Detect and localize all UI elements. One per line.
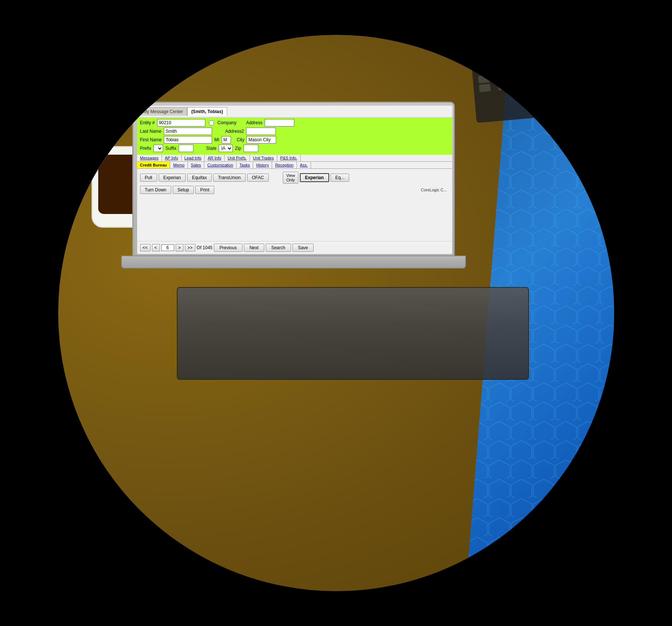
action-row: Turn Down Setup Print CoreLogic C... [140,186,449,194]
next-record-button[interactable]: Next [244,244,264,252]
equifax-button[interactable]: Equifax [187,174,212,182]
nav-prev-button[interactable]: < [152,244,160,251]
ofac-button[interactable]: OFAC [247,174,269,182]
turn-down-button[interactable]: Turn Down [140,186,171,194]
view-only-button[interactable]: View Only [283,172,298,184]
nav-tabs-row1: Messages AP Info Lead Info AR Info Unit … [137,155,452,162]
tab-reception[interactable]: Reception [272,162,297,168]
of-total-text: Of 1045 [197,245,213,250]
form-row-firstname: First Name MI City [140,136,449,144]
tab-history[interactable]: History [253,162,272,168]
nav-next-button[interactable]: > [176,244,183,251]
company-label: Company [218,120,236,125]
title-bar: My Message Center (Smith, Tobias) [137,106,452,118]
main-circle: My Message Center (Smith, Tobias) Entity… [58,35,614,591]
entity-label: Entity # [140,120,155,125]
print-button[interactable]: Print [195,186,214,194]
corelogic-area: CoreLogic C... [418,187,449,193]
previous-record-button[interactable]: Previous [214,244,242,252]
transunion-button[interactable]: TransUnion [213,174,246,182]
tab-ps-info[interactable]: P&S Info. [277,155,301,161]
prefix-label: Prefix [140,146,152,151]
lastname-input[interactable] [164,128,212,135]
tab-ar-info[interactable]: AR Info [205,155,225,161]
firstname-input[interactable] [164,136,212,144]
address2-label: Address2 [225,129,244,134]
form-row-entity: Entity # Company Address [140,119,449,126]
firstname-label: First Name [140,137,162,142]
laptop-base [121,256,466,268]
state-select[interactable]: IA [219,145,233,152]
lastname-label: Last Name [140,129,162,134]
tab-lead-info[interactable]: Lead Info [182,155,205,161]
nav-tabs-row2: Credit Bureau Memo Sales Customization T… [137,162,452,169]
search-button[interactable]: Search [266,244,291,252]
tab-credit-bureau[interactable]: Credit Bureau [137,162,171,168]
tab-customization[interactable]: Customization [204,162,236,168]
pull-button[interactable]: Pull [140,174,157,182]
mi-label: MI [214,137,219,142]
prefix-select[interactable] [153,145,163,152]
form-row-prefix: Prefix Suffix State IA Zip [140,145,449,152]
tab-my-message-center[interactable]: My Message Center [139,107,187,116]
mi-input[interactable] [222,136,231,144]
app-ui: My Message Center (Smith, Tobias) Entity… [137,106,452,254]
laptop-body: My Message Center (Smith, Tobias) Entity… [132,102,455,257]
tab-tasks[interactable]: Tasks [236,162,253,168]
tab-unit-prefs[interactable]: Unit Prefs. [225,155,250,161]
page-number-input[interactable] [161,244,174,251]
city-input[interactable] [246,136,276,144]
experian-button[interactable]: Experian [159,174,186,182]
form-area: Entity # Company Address Last Name Addre… [137,118,452,155]
keyboard-area [177,287,529,380]
suffix-input[interactable] [179,145,193,152]
tab-unit-trades[interactable]: Unit Trades [250,155,277,161]
city-label: City [237,137,245,142]
laptop: My Message Center (Smith, Tobias) Entity… [132,102,466,287]
laptop-screen: My Message Center (Smith, Tobias) Entity… [137,106,452,254]
address-input[interactable] [265,119,294,126]
view-eq-button[interactable]: Eq... [331,174,350,182]
nav-last-button[interactable]: >> [185,244,195,251]
view-experian-button[interactable]: Experian [300,173,329,182]
entity-input[interactable] [157,119,205,126]
tab-ap-info[interactable]: AP Info [162,155,182,161]
address2-input[interactable] [246,128,276,135]
zip-label: Zip [235,146,241,151]
tab-sales[interactable]: Sales [188,162,205,168]
credit-pull-row: Pull Experian Equifax TransUnion OFAC Vi… [140,172,449,184]
tab-messages[interactable]: Messages [137,155,162,161]
zip-input[interactable] [244,145,258,152]
save-button[interactable]: Save [292,244,314,252]
navigation-bar: << < > >> Of 1045 Previous Next Search S… [137,241,452,254]
tab-memo[interactable]: Memo [170,162,188,168]
address-label: Address [246,120,262,125]
nav-first-button[interactable]: << [140,244,150,251]
suffix-label: Suffix [165,146,176,151]
button-area: Pull Experian Equifax TransUnion OFAC Vi… [137,169,452,199]
phone-keypad [471,54,541,100]
company-checkbox[interactable] [209,121,214,125]
tab-ass[interactable]: Ass. [297,162,311,168]
corelogic-label: CoreLogic C... [418,187,449,193]
tab-smith-tobias[interactable]: (Smith, Tobias) [187,107,227,116]
state-label: State [206,146,216,151]
setup-button[interactable]: Setup [173,186,194,194]
telephone [470,43,543,123]
form-row-lastname: Last Name Address2 [140,128,449,135]
